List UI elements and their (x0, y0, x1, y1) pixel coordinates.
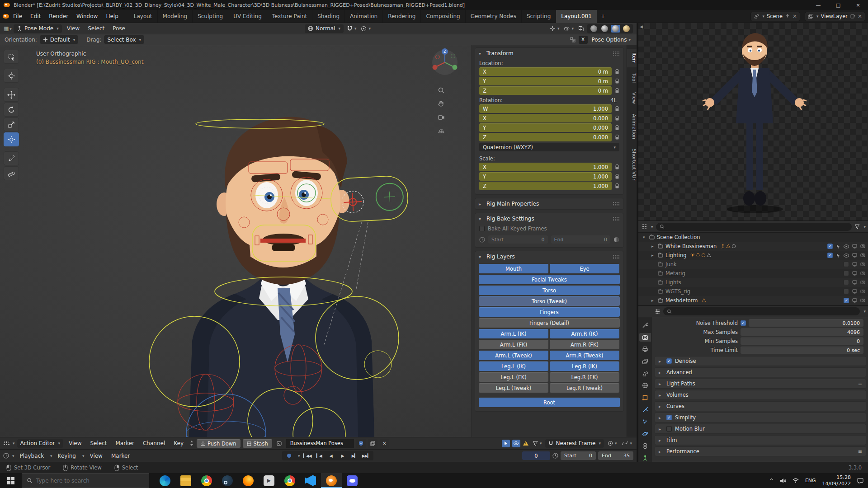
menu-playback[interactable]: Playback (17, 453, 47, 459)
lock-icon[interactable] (615, 125, 619, 131)
push-down-button[interactable]: Push Down (197, 439, 241, 448)
close-button[interactable]: × (848, 0, 868, 10)
workspace-tab-compositing[interactable]: Compositing (421, 10, 465, 23)
rig-layer-leg-l-fk[interactable]: Leg.L (FK) (479, 372, 548, 382)
section-film[interactable]: ▸Film (655, 435, 866, 445)
chrome-icon[interactable] (196, 473, 217, 488)
new-action-button[interactable] (368, 439, 377, 448)
lock-icon[interactable] (615, 183, 619, 189)
mirror-x-toggle[interactable]: X (579, 36, 588, 44)
section-volumes[interactable]: ▸Volumes (655, 390, 866, 400)
drag-dots-icon[interactable] (613, 202, 620, 206)
outliner-search-field[interactable] (656, 223, 852, 231)
discord-icon[interactable] (342, 473, 363, 488)
rig-layer-mouth[interactable]: Mouth (479, 264, 548, 273)
rig-bake-settings-header[interactable]: ▾Rig Bake Settings (475, 213, 623, 224)
render-disable-icon[interactable] (860, 271, 865, 276)
menu-tl-marker[interactable]: Marker (108, 453, 133, 459)
selectable-icon[interactable] (836, 244, 840, 249)
filter-funnel-icon[interactable] (854, 224, 860, 229)
section-curves[interactable]: ▸Curves (655, 401, 866, 411)
action-editor-dropdown[interactable]: Action Editor ▾ (17, 439, 63, 448)
taskbar-search[interactable] (22, 473, 149, 488)
drag-dots-icon[interactable] (613, 216, 620, 221)
render-disable-icon[interactable] (860, 298, 865, 303)
swap-action-icon[interactable] (189, 440, 194, 446)
media-player-icon[interactable]: ▶ (259, 473, 279, 488)
show-gizmo-toggle[interactable]: ▾ (548, 26, 561, 32)
location-x-field[interactable]: X0 m (479, 67, 612, 76)
menu-render[interactable]: Render (45, 10, 72, 23)
annotate-tool[interactable] (4, 151, 19, 165)
current-frame-field[interactable]: 0 (522, 451, 550, 460)
workspace-tab-modeling[interactable]: Modeling (158, 10, 193, 23)
scale-z-field[interactable]: Z1.000 (479, 182, 612, 190)
outliner-row-scene-collection[interactable]: ▾ Scene Collection (638, 233, 868, 242)
tab-render[interactable] (639, 333, 651, 342)
unlink-viewlayer-icon[interactable]: × (858, 13, 862, 19)
min-samples-field[interactable]: 0 (741, 338, 863, 345)
proportional-ds-toggle[interactable]: ▾ (606, 441, 618, 446)
lock-icon[interactable] (615, 69, 619, 75)
overlays-toggle[interactable]: ▾ (562, 26, 575, 32)
render-disable-icon[interactable] (860, 280, 865, 285)
3d-viewport[interactable]: User Orthographic (0) Bussinessman RIG :… (0, 45, 637, 437)
workspace-tab-animation[interactable]: Animation (345, 10, 383, 23)
collection-enable-checkbox[interactable] (844, 262, 849, 267)
jump-to-end-button[interactable]: ▶▶▎ (361, 452, 372, 460)
lock-icon[interactable] (615, 164, 619, 170)
section-light-paths[interactable]: ▸Light Paths≡ (655, 379, 866, 389)
steam-icon[interactable] (217, 473, 238, 488)
rig-main-properties-header[interactable]: ▸Rig Main Properties (475, 198, 623, 209)
menu-ds-view[interactable]: View (66, 440, 85, 446)
rotate-tool[interactable] (4, 103, 19, 117)
chrome-profile-icon[interactable] (279, 473, 300, 488)
denoise-checkbox[interactable]: ✓ (666, 358, 672, 364)
outliner-row-lighting[interactable]: ▸ Lighting ✓ (638, 251, 868, 260)
search-input[interactable] (36, 478, 136, 484)
jump-to-start-button[interactable]: ▎◀◀ (302, 452, 313, 460)
location-z-field[interactable]: Z0 m (479, 86, 612, 95)
location-y-field[interactable]: Y0 m (479, 77, 612, 85)
tab-particles[interactable] (639, 417, 651, 426)
stash-button[interactable]: Stash (243, 439, 272, 448)
menu-file[interactable]: File (9, 10, 26, 23)
rig-layers-header[interactable]: ▾Rig Layers (475, 251, 623, 262)
workspace-tab-sculpting[interactable]: Sculpting (193, 10, 228, 23)
rig-layer-leg-r-fk[interactable]: Leg.R (FK) (550, 372, 619, 382)
collection-enable-checkbox[interactable] (844, 271, 849, 276)
rig-layer-fingers[interactable]: Fingers (479, 307, 620, 317)
keying-curve-menu[interactable]: ▾ (620, 441, 633, 446)
select-box-tool[interactable] (4, 50, 19, 64)
workspace-tab-uv-editing[interactable]: UV Editing (228, 10, 267, 23)
new-viewlayer-icon[interactable] (850, 14, 855, 19)
menu-window[interactable]: Window (72, 10, 102, 23)
transform-panel-header[interactable]: ▾ Transform (475, 48, 623, 59)
chevron-down-icon[interactable]: ▾ (863, 309, 866, 314)
camera-view-icon[interactable] (438, 114, 445, 121)
section-advanced[interactable]: ▸Advanced (655, 367, 866, 377)
viewport-disable-icon[interactable] (852, 289, 857, 294)
outliner-editor-icon[interactable] (642, 224, 647, 230)
tab-object-data[interactable] (639, 453, 651, 462)
tab-physics[interactable] (639, 429, 651, 438)
network-icon[interactable] (793, 478, 799, 483)
rig-layer-arm-l-tweak[interactable]: Arm.L (Tweak) (479, 351, 548, 360)
outliner-row-white-bussinesman[interactable]: ▸ White Bussinesman ✓ (638, 242, 868, 251)
transform-orientation-dropdown[interactable]: Normal ▾ (305, 24, 344, 33)
render-disable-icon[interactable] (860, 262, 865, 267)
rig-layer-arm-r-tweak[interactable]: Arm.R (Tweak) (550, 351, 619, 360)
scale-tool[interactable] (4, 117, 19, 131)
render-disable-icon[interactable] (860, 289, 865, 294)
drag-dots-icon[interactable] (613, 254, 620, 259)
viewport-disable-icon[interactable] (852, 298, 857, 303)
collection-enable-checkbox[interactable] (844, 280, 849, 285)
rotation-mode-dropdown[interactable]: Quaternion (WXYZ)▾ (479, 143, 619, 151)
workspace-tab-layout-001[interactable]: Layout.001 (556, 10, 597, 23)
shading-wireframe-button[interactable] (589, 25, 599, 33)
menu-help[interactable]: Help (102, 10, 122, 23)
region-collapse-icon[interactable]: ◀ (640, 24, 643, 29)
zoom-icon[interactable] (438, 87, 445, 94)
show-hidden-toggle[interactable] (512, 440, 520, 447)
cursor-tool[interactable] (4, 69, 19, 83)
